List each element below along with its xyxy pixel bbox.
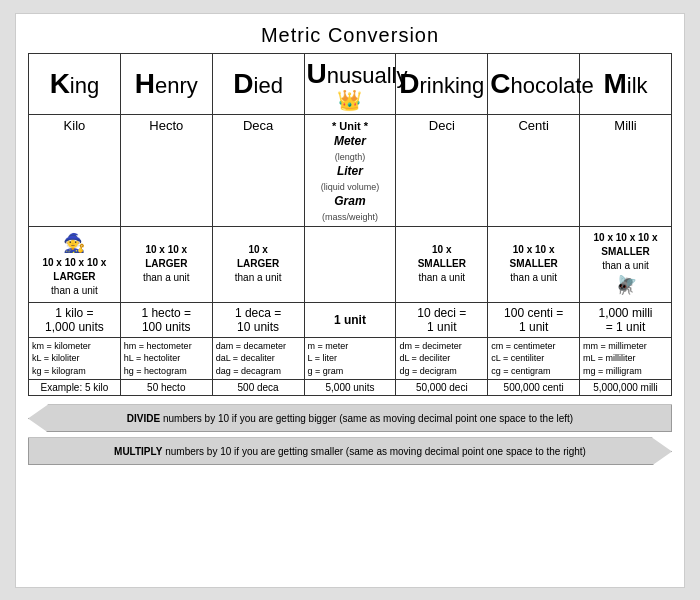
prefix-milli: Milli xyxy=(580,114,672,226)
prefix-deca: Deca xyxy=(212,114,304,226)
equiv-deci: 10 deci =1 unit xyxy=(396,302,488,337)
prefix-kilo: Kilo xyxy=(29,114,121,226)
equiv-deca: 1 deca =10 units xyxy=(212,302,304,337)
example-deca: 500 deca xyxy=(212,380,304,396)
header-drinking: Drinking xyxy=(396,53,488,114)
abbrev-hecto: hm = hectometerhL = hectoliterhg = hecto… xyxy=(120,337,212,380)
example-kilo: Example: 5 kilo xyxy=(29,380,121,396)
example-milli: 5,000,000 milli xyxy=(580,380,672,396)
header-died: Died xyxy=(212,53,304,114)
multiplier-row: 🧙 10 x 10 x 10 xLARGERthan a unit 10 x 1… xyxy=(29,226,672,302)
mult-milli: 10 x 10 x 10 xSMALLERthan a unit 🪰 xyxy=(580,226,672,302)
crown-icon: 👑 xyxy=(307,90,394,110)
prefix-hecto: Hecto xyxy=(120,114,212,226)
multiply-arrow-text: MULTIPLY numbers by 10 if you are gettin… xyxy=(114,446,586,457)
equiv-centi: 100 centi =1 unit xyxy=(488,302,580,337)
abbrev-centi: cm = centimetercL = centilitercg = centi… xyxy=(488,337,580,380)
arrows-section: DIVIDE numbers by 10 if you are getting … xyxy=(28,404,672,465)
page-title: Metric Conversion xyxy=(28,24,672,47)
multiply-text: numbers by 10 if you are getting smaller… xyxy=(165,446,586,457)
equivalent-row: 1 kilo =1,000 units 1 hecto =100 units 1… xyxy=(29,302,672,337)
mult-deca: 10 xLARGERthan a unit xyxy=(212,226,304,302)
abbrev-deci: dm = decimeterdL = deciliterdg = decigra… xyxy=(396,337,488,380)
header-row: King Henry Died Unusually 👑 Drinking Cho… xyxy=(29,53,672,114)
example-unit: 5,000 units xyxy=(304,380,396,396)
multiply-bold: MULTIPLY xyxy=(114,446,162,457)
header-unusually: Unusually 👑 xyxy=(304,53,396,114)
example-hecto: 50 hecto xyxy=(120,380,212,396)
abbrev-kilo: km = kilometerkL = kiloliterkg = kilogra… xyxy=(29,337,121,380)
example-centi: 500,000 centi xyxy=(488,380,580,396)
equiv-hecto: 1 hecto =100 units xyxy=(120,302,212,337)
prefix-row: Kilo Hecto Deca * Unit * Meter (length) … xyxy=(29,114,672,226)
divide-arrow-row: DIVIDE numbers by 10 if you are getting … xyxy=(28,404,672,432)
equiv-milli: 1,000 milli= 1 unit xyxy=(580,302,672,337)
mult-centi: 10 x 10 xSMALLERthan a unit xyxy=(488,226,580,302)
divide-text: numbers by 10 if you are getting bigger … xyxy=(163,413,573,424)
mult-unit xyxy=(304,226,396,302)
equiv-kilo: 1 kilo =1,000 units xyxy=(29,302,121,337)
abbrev-milli: mm = millimetermL = millilitermg = milli… xyxy=(580,337,672,380)
divide-arrow: DIVIDE numbers by 10 if you are getting … xyxy=(28,404,672,432)
example-deci: 50,000 deci xyxy=(396,380,488,396)
mult-hecto: 10 x 10 xLARGERthan a unit xyxy=(120,226,212,302)
abbrev-unit: m = meterL = literg = gram xyxy=(304,337,396,380)
conversion-table: King Henry Died Unusually 👑 Drinking Cho… xyxy=(28,53,672,397)
prefix-unit: * Unit * Meter (length) Liter (liquid vo… xyxy=(304,114,396,226)
abbrev-deca: dam = decameterdaL = decaliterdag = deca… xyxy=(212,337,304,380)
multiply-arrow: MULTIPLY numbers by 10 if you are gettin… xyxy=(28,437,672,465)
divide-arrow-text: DIVIDE numbers by 10 if you are getting … xyxy=(127,413,573,424)
prefix-centi: Centi xyxy=(488,114,580,226)
header-king: King xyxy=(29,53,121,114)
mult-kilo: 🧙 10 x 10 x 10 xLARGERthan a unit xyxy=(29,226,121,302)
mult-deci: 10 xSMALLERthan a unit xyxy=(396,226,488,302)
divide-bold: DIVIDE xyxy=(127,413,160,424)
header-chocolate: Chocolate xyxy=(488,53,580,114)
header-henry: Henry xyxy=(120,53,212,114)
abbreviation-row: km = kilometerkL = kiloliterkg = kilogra… xyxy=(29,337,672,380)
fly-icon: 🪰 xyxy=(582,273,669,298)
equiv-unit: 1 unit xyxy=(304,302,396,337)
example-row: Example: 5 kilo 50 hecto 500 deca 5,000 … xyxy=(29,380,672,396)
prefix-deci: Deci xyxy=(396,114,488,226)
multiply-arrow-row: MULTIPLY numbers by 10 if you are gettin… xyxy=(28,437,672,465)
page: Metric Conversion King Henry Died Unusua… xyxy=(15,13,685,588)
knight-icon: 🧙 xyxy=(31,231,118,256)
